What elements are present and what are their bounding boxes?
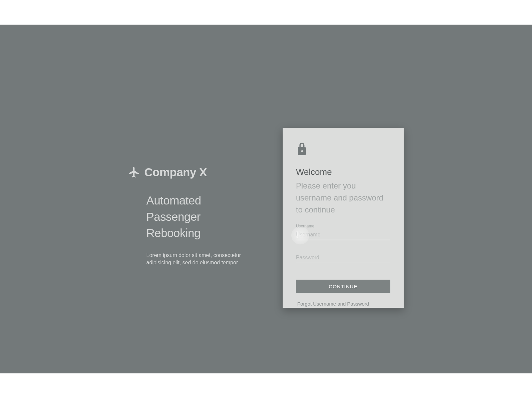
branding-section: Company X Automated Passenger Rebooking … [128, 166, 251, 267]
forgot-password-link[interactable]: Forgot Username and Password [297, 301, 369, 307]
welcome-subtitle: Please enter you username and password t… [296, 180, 390, 216]
username-input-group: Username [296, 224, 390, 240]
continue-button[interactable]: CONTINUE [296, 280, 390, 293]
airplane-icon [128, 166, 140, 179]
password-input-group [296, 253, 390, 263]
username-float-label: Username [296, 224, 390, 228]
login-card: Welcome Please enter you username and pa… [283, 128, 404, 308]
password-input[interactable] [296, 253, 390, 263]
page-wrapper: Company X Automated Passenger Rebooking … [0, 0, 532, 399]
lock-icon-wrap [296, 141, 390, 158]
headline: Automated Passenger Rebooking [146, 192, 251, 241]
description: Lorem ipsum dolor sit amet, consectetur … [146, 252, 246, 267]
welcome-title: Welcome [296, 167, 390, 177]
lock-icon [296, 141, 308, 156]
brand-row: Company X [128, 166, 251, 179]
text-cursor [297, 231, 297, 238]
username-input[interactable] [296, 230, 390, 240]
main-canvas: Company X Automated Passenger Rebooking … [0, 25, 532, 373]
brand-name: Company X [144, 166, 207, 179]
svg-point-1 [301, 150, 303, 152]
